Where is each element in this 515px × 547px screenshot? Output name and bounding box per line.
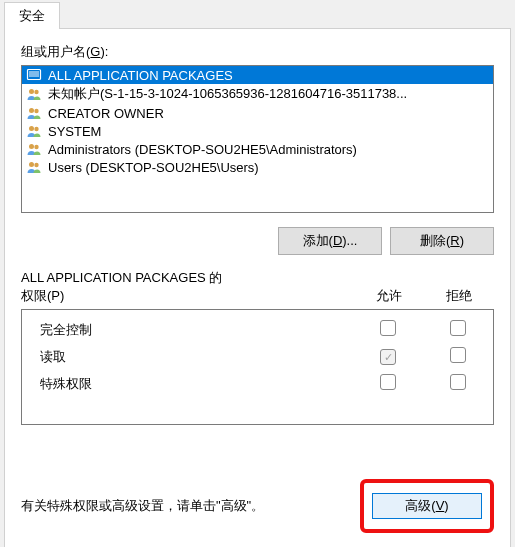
- principal-row[interactable]: Users (DESKTOP-SOU2HE5\Users): [22, 158, 493, 176]
- security-properties-dialog: 安全 组或用户名(G): ALL APPLICATION PACKAGES未知帐…: [0, 0, 515, 547]
- principal-name: Users (DESKTOP-SOU2HE5\Users): [48, 160, 259, 175]
- svg-point-6: [29, 108, 34, 113]
- principal-row[interactable]: Administrators (DESKTOP-SOU2HE5\Administ…: [22, 140, 493, 158]
- group-icon: [26, 159, 42, 175]
- footer: 有关特殊权限或高级设置，请单击"高级"。 高级(V): [21, 479, 494, 533]
- column-allow-header: 允许: [354, 287, 424, 305]
- checkbox-deny[interactable]: [450, 374, 466, 390]
- principals-listbox[interactable]: ALL APPLICATION PACKAGES未知帐户(S-1-15-3-10…: [21, 65, 494, 213]
- permission-name: 读取: [40, 348, 353, 366]
- principal-name: Administrators (DESKTOP-SOU2HE5\Administ…: [48, 142, 357, 157]
- permissions-header: ALL APPLICATION PACKAGES 的 权限(P) 允许 拒绝: [21, 269, 494, 305]
- footer-help-text: 有关特殊权限或高级设置，请单击"高级"。: [21, 497, 360, 515]
- principal-row[interactable]: SYSTEM: [22, 122, 493, 140]
- svg-point-10: [29, 144, 34, 149]
- group-icon: [26, 141, 42, 157]
- advanced-button[interactable]: 高级(V): [372, 493, 482, 519]
- permissions-list: 完全控制读取✓特殊权限: [21, 309, 494, 425]
- checkbox-allow[interactable]: [380, 320, 396, 336]
- permission-row: 读取✓: [22, 343, 493, 370]
- group-icon: [26, 105, 42, 121]
- principal-name: ALL APPLICATION PACKAGES: [48, 68, 233, 83]
- remove-button[interactable]: 删除(R): [390, 227, 494, 255]
- group-icon: [26, 86, 42, 102]
- checkbox-deny[interactable]: [450, 347, 466, 363]
- checkbox-allow[interactable]: [380, 374, 396, 390]
- add-button[interactable]: 添加(D)...: [278, 227, 382, 255]
- principal-row[interactable]: 未知帐户(S-1-15-3-1024-1065365936-1281604716…: [22, 84, 493, 104]
- column-deny-header: 拒绝: [424, 287, 494, 305]
- svg-point-5: [34, 90, 38, 94]
- security-panel: 组或用户名(G): ALL APPLICATION PACKAGES未知帐户(S…: [4, 28, 511, 547]
- permission-row: 特殊权限: [22, 370, 493, 397]
- permission-row: 完全控制: [22, 316, 493, 343]
- groups-label: 组或用户名(G):: [21, 43, 494, 61]
- permission-name: 完全控制: [40, 321, 353, 339]
- svg-point-7: [34, 109, 38, 113]
- svg-point-13: [34, 163, 38, 167]
- svg-point-4: [29, 89, 34, 94]
- svg-point-12: [29, 162, 34, 167]
- group-icon: [26, 123, 42, 139]
- svg-point-11: [34, 145, 38, 149]
- svg-point-8: [29, 126, 34, 131]
- principal-name: CREATOR OWNER: [48, 106, 164, 121]
- principal-name: SYSTEM: [48, 124, 101, 139]
- principal-row[interactable]: ALL APPLICATION PACKAGES: [22, 66, 493, 84]
- svg-point-9: [34, 127, 38, 131]
- package-icon: [26, 67, 42, 83]
- principal-buttons: 添加(D)... 删除(R): [21, 227, 494, 255]
- principal-row[interactable]: CREATOR OWNER: [22, 104, 493, 122]
- tab-security[interactable]: 安全: [4, 2, 60, 29]
- checkbox-allow: ✓: [380, 349, 396, 365]
- permission-name: 特殊权限: [40, 375, 353, 393]
- advanced-highlight: 高级(V): [360, 479, 494, 533]
- tab-strip: 安全: [0, 0, 515, 28]
- tab-label: 安全: [19, 8, 45, 23]
- checkbox-deny[interactable]: [450, 320, 466, 336]
- permissions-title: ALL APPLICATION PACKAGES 的 权限(P): [21, 269, 354, 305]
- principal-name: 未知帐户(S-1-15-3-1024-1065365936-1281604716…: [48, 85, 407, 103]
